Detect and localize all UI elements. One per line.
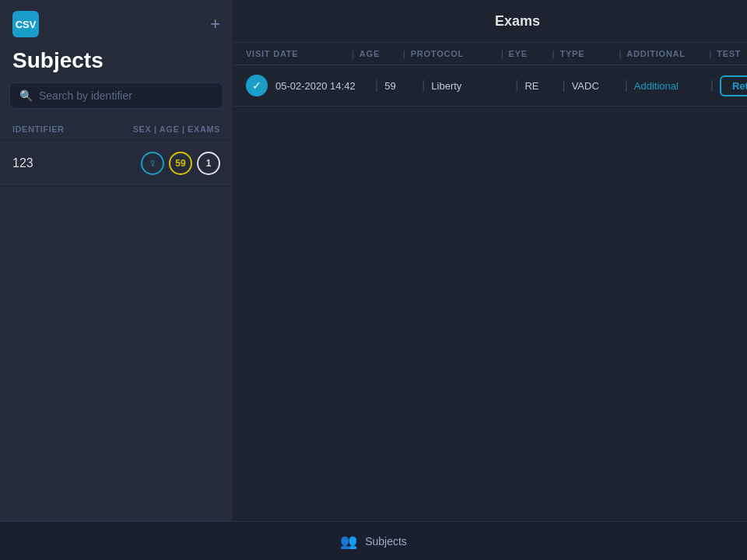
age-badge: 59: [169, 152, 192, 175]
subjects-nav-icon: 👥: [340, 533, 357, 550]
subject-id: 123: [12, 156, 33, 170]
search-icon: 🔍: [19, 89, 33, 102]
sex-badge: ♀: [141, 152, 164, 175]
subject-list-header: IDENTIFIER SEX | AGE | EXAMS: [0, 118, 233, 141]
col-visit-date: VISIT DATE: [246, 49, 347, 58]
exams-column-headers: VISIT DATE | AGE | PROTOCOL | EYE | TYPE…: [233, 43, 747, 65]
app-logo: CSV: [12, 11, 39, 37]
exam-eye: RE: [524, 80, 556, 92]
col-additional: ADDITIONAL: [626, 49, 704, 58]
search-box: 🔍: [9, 82, 223, 109]
exam-date: 05-02-2020 14:42: [275, 80, 369, 92]
col-age: AGE: [359, 49, 398, 58]
subject-badges: ♀ 59 1: [141, 152, 220, 175]
search-input[interactable]: [39, 89, 213, 102]
col-eye: EYE: [509, 49, 548, 58]
main-content: Exams + VISIT DATE | AGE | PROTOCOL | EY…: [233, 0, 747, 521]
exam-row[interactable]: ✓ 05-02-2020 14:42 | 59 | Liberty | RE |…: [233, 65, 747, 107]
exam-check-icon: ✓: [246, 75, 268, 96]
sidebar: CSV + Subjects 🔍 IDENTIFIER SEX | AGE | …: [0, 0, 233, 521]
add-subject-button[interactable]: +: [210, 16, 220, 33]
col-test: TEST: [717, 49, 747, 58]
exam-protocol: Liberty: [431, 80, 509, 92]
sidebar-title: Subjects: [0, 45, 233, 82]
exams-badge: 1: [197, 152, 220, 175]
bottom-nav: 👥 Subjects: [0, 521, 747, 560]
exam-age: 59: [384, 80, 416, 92]
col-type: TYPE: [559, 49, 614, 58]
exams-title: Exams: [272, 13, 747, 30]
exam-additional[interactable]: Additional: [634, 80, 704, 92]
col-protocol: PROTOCOL: [411, 49, 496, 58]
retest-button[interactable]: Retest: [720, 75, 747, 96]
exam-type: VADC: [572, 80, 619, 92]
subject-row[interactable]: 123 ♀ 59 1: [0, 141, 233, 187]
subjects-nav-label[interactable]: Subjects: [365, 535, 407, 548]
exams-header: Exams +: [233, 0, 747, 43]
sidebar-header: CSV +: [0, 0, 233, 45]
